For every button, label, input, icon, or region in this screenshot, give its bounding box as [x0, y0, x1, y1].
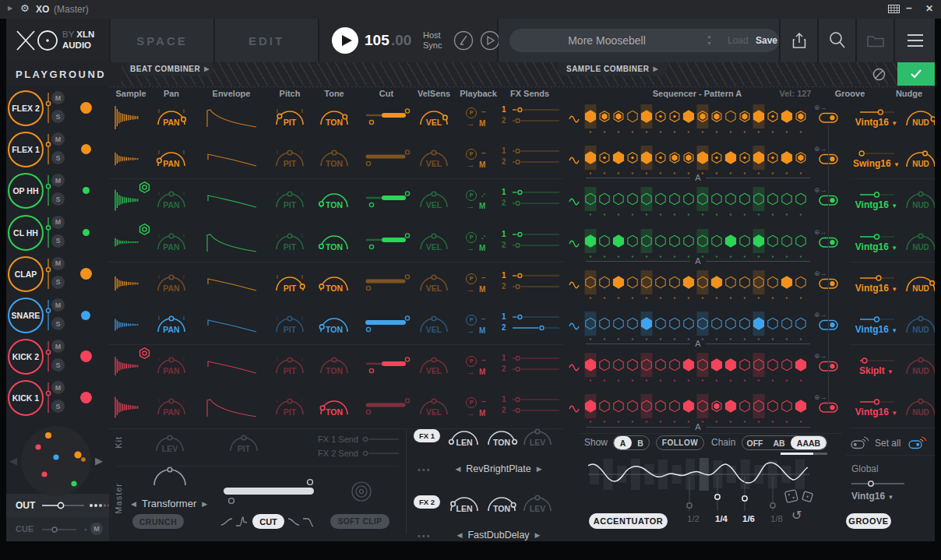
step[interactable]: [682, 104, 696, 135]
prev-arrow-icon[interactable]: ◀: [455, 465, 460, 473]
row-toggle[interactable]: [819, 153, 839, 165]
sample-waveform[interactable]: [114, 352, 140, 380]
set-all-on-toggle-icon[interactable]: [908, 436, 928, 449]
mute-button[interactable]: M: [51, 174, 65, 187]
rate-slider-1-6[interactable]: [740, 475, 749, 512]
step[interactable]: [626, 145, 640, 176]
step[interactable]: [597, 311, 611, 342]
step[interactable]: [583, 186, 597, 217]
groove-select[interactable]: Vintg16 ▼: [855, 324, 897, 335]
add-pattern-icon[interactable]: ⊕→: [814, 269, 827, 277]
envelope-curve[interactable]: [203, 396, 259, 419]
step[interactable]: [752, 145, 766, 176]
step[interactable]: [794, 352, 808, 383]
step[interactable]: [780, 269, 794, 301]
knob[interactable]: PIT: [272, 314, 308, 336]
chain-indicator[interactable]: A: [586, 256, 810, 266]
solo-button[interactable]: S: [51, 234, 65, 248]
step[interactable]: [794, 269, 808, 301]
fx-send-2[interactable]: 2: [502, 406, 562, 417]
step[interactable]: [724, 145, 738, 176]
step[interactable]: [597, 228, 611, 259]
knob[interactable]: PAN: [153, 231, 189, 253]
step[interactable]: [654, 311, 668, 342]
knob[interactable]: TON: [316, 148, 352, 170]
step[interactable]: [794, 186, 808, 217]
knob[interactable]: [150, 467, 190, 489]
follow-button[interactable]: FOLLOW: [656, 435, 704, 450]
step[interactable]: [766, 393, 780, 424]
cut-slider[interactable]: [365, 232, 410, 252]
step[interactable]: [654, 393, 668, 424]
row-toggle[interactable]: [819, 361, 839, 372]
step[interactable]: [654, 352, 668, 383]
knob[interactable]: TON: [316, 273, 352, 294]
groove-button[interactable]: GROOVE: [846, 513, 891, 529]
step[interactable]: [724, 104, 738, 135]
step[interactable]: [724, 393, 738, 424]
sample-waveform[interactable]: [114, 311, 140, 339]
sample-waveform[interactable]: [114, 393, 140, 421]
cue-volume-slider[interactable]: [41, 526, 81, 534]
knob[interactable]: PAN: [153, 314, 189, 336]
step[interactable]: [668, 311, 682, 342]
preview-play-icon[interactable]: [480, 30, 500, 51]
channel-pad[interactable]: FLEX 1: [8, 132, 44, 167]
preset-down-icon[interactable]: ▼: [707, 41, 712, 46]
envelope-curve[interactable]: [203, 188, 259, 212]
cut-slider[interactable]: [365, 107, 410, 128]
knob[interactable]: PAN: [153, 107, 189, 129]
wave-mode-icon[interactable]: [568, 280, 582, 290]
chain-aaab-option[interactable]: AAAB: [791, 436, 826, 449]
knob[interactable]: PAN: [153, 273, 189, 294]
step[interactable]: [696, 145, 710, 176]
chain-mode-toggle[interactable]: OFF AB AAAB: [742, 435, 827, 450]
knob[interactable]: PIT: [226, 433, 262, 455]
cut-button[interactable]: CUT: [252, 514, 284, 529]
fx-send-2[interactable]: 2: [502, 365, 562, 375]
sample-waveform[interactable]: [114, 228, 140, 256]
step[interactable]: [752, 311, 766, 342]
knob[interactable]: PAN: [153, 355, 189, 377]
step[interactable]: [766, 145, 780, 176]
knob[interactable]: PIT: [272, 273, 308, 294]
knob[interactable]: TON: [484, 427, 520, 449]
step[interactable]: [794, 228, 808, 259]
highpass-steep-icon[interactable]: [235, 515, 248, 529]
groove-amount-slider[interactable]: [858, 397, 896, 407]
step[interactable]: [640, 352, 654, 383]
fx-send-1[interactable]: 1: [502, 230, 562, 241]
close-button[interactable]: ✕: [925, 3, 933, 14]
step[interactable]: [611, 269, 626, 301]
wave-mode-icon[interactable]: [568, 156, 582, 165]
cut-slider[interactable]: [365, 190, 410, 210]
fx-send-2[interactable]: 2: [502, 199, 562, 210]
next-arrow-icon[interactable]: ▶: [202, 500, 207, 508]
mute-button[interactable]: M: [51, 381, 65, 394]
nudge-knob[interactable]: NUD: [903, 106, 939, 128]
sample-waveform[interactable]: [114, 145, 140, 173]
loop-icon[interactable]: ↺: [791, 508, 802, 523]
knob[interactable]: LEV: [520, 493, 555, 515]
kit-pitch-knob[interactable]: PIT: [226, 433, 262, 458]
fx-send-2[interactable]: 2: [502, 323, 562, 334]
step[interactable]: [710, 145, 724, 176]
solo-button[interactable]: S: [51, 110, 65, 123]
knob[interactable]: TON: [316, 396, 352, 418]
step[interactable]: [583, 228, 597, 259]
step[interactable]: [626, 186, 640, 217]
step[interactable]: [640, 228, 654, 259]
add-pattern-icon[interactable]: ⊕→: [814, 228, 827, 236]
fx-send-2[interactable]: 2: [502, 157, 562, 168]
preset-up-icon[interactable]: ▲: [707, 33, 712, 39]
wave-mode-icon[interactable]: [568, 114, 582, 124]
knob[interactable]: PIT: [272, 355, 308, 377]
step[interactable]: [766, 311, 780, 342]
row-toggle[interactable]: [819, 402, 839, 414]
search-block[interactable]: [819, 19, 855, 62]
step[interactable]: [654, 228, 668, 259]
cut-slider[interactable]: [365, 397, 410, 417]
groove-amount-slider[interactable]: [858, 232, 896, 241]
step[interactable]: [611, 311, 626, 342]
add-pattern-icon[interactable]: ⊕→: [814, 145, 827, 153]
